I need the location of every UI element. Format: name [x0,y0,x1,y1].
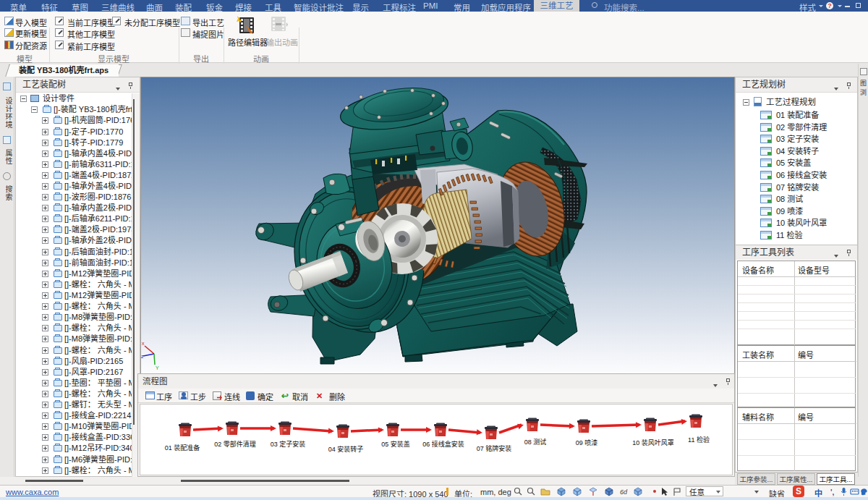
svg-text:6d: 6d [620,488,628,496]
svg-text:x: x [142,341,145,346]
svg-text:z: z [141,354,144,359]
svg-text:Y: Y [156,365,159,370]
